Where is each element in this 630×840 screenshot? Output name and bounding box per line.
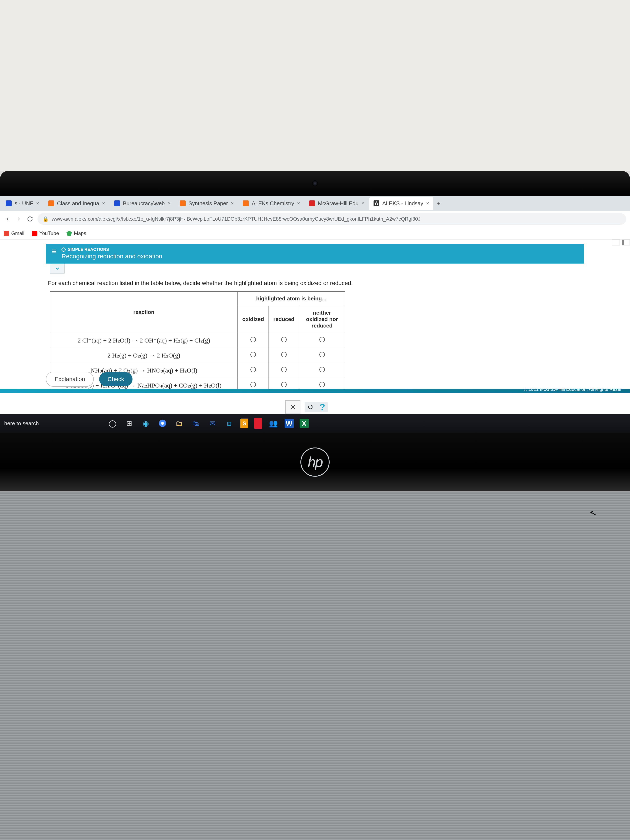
close-icon[interactable]: × <box>297 201 300 206</box>
chrome-icon[interactable] <box>157 418 168 429</box>
tab-unf[interactable]: s - UNF × <box>2 197 43 210</box>
bookmarks-bar: Gmail YouTube Maps <box>0 227 630 240</box>
favicon: A <box>374 201 379 206</box>
reaction-cell: 2 H₂(g) + O₂(g) → 2 H₂O(g) <box>50 348 238 363</box>
radio-oxidized[interactable] <box>250 367 256 372</box>
bookmark-label: YouTube <box>39 231 59 236</box>
task-view-icon[interactable]: ⊞ <box>124 418 134 429</box>
laptop-screen: s - UNF × Class and Inequa × Bureaucracy… <box>0 196 630 433</box>
favicon <box>309 201 315 206</box>
new-tab-button[interactable]: + <box>434 200 443 207</box>
store-icon[interactable]: 🛍 <box>190 418 201 429</box>
explanation-button[interactable]: Explanation <box>46 372 94 387</box>
aleks-header: ≡ SIMPLE REACTIONS Recognizing reduction… <box>46 244 584 264</box>
window-control-icon[interactable] <box>622 240 630 245</box>
table-row: 2 H₂(g) + O₂(g) → 2 H₂O(g) <box>50 348 345 363</box>
tab-class-inequal[interactable]: Class and Inequa × <box>44 197 109 210</box>
webcam <box>312 180 318 186</box>
radio-oxidized[interactable] <box>250 337 256 342</box>
tab-synthesis-paper[interactable]: Synthesis Paper × <box>175 197 238 210</box>
excel-icon[interactable]: X <box>300 419 309 428</box>
wall-background <box>0 0 630 171</box>
close-icon[interactable]: × <box>426 201 429 206</box>
col-group: highlighted atom is being... <box>238 292 345 306</box>
reaction-cell: 2 Cl⁻(aq) + 2 H₂O(l) → 2 OH⁻(aq) + H₂(g)… <box>50 333 238 348</box>
favicon <box>180 201 186 206</box>
favicon <box>48 201 54 206</box>
question-prompt: For each chemical reaction listed in the… <box>46 273 584 292</box>
file-explorer-icon[interactable]: 🗂 <box>174 418 185 429</box>
forward-icon[interactable] <box>15 215 22 223</box>
bookmark-youtube[interactable]: YouTube <box>32 231 59 236</box>
edge-icon[interactable]: ◉ <box>141 418 151 429</box>
tab-bureaucracy[interactable]: Bureaucracy\web × <box>110 197 175 210</box>
radio-neither[interactable] <box>319 337 325 342</box>
cortana-icon[interactable]: ◯ <box>107 418 118 429</box>
close-icon[interactable]: × <box>36 201 39 206</box>
laptop-bottom-bezel: hp <box>0 433 630 491</box>
tab-label: Class and Inequa <box>57 200 99 207</box>
taskbar-search[interactable]: here to search <box>4 420 101 427</box>
bookmark-maps[interactable]: Maps <box>66 231 86 236</box>
tab-label: Synthesis Paper <box>188 200 228 207</box>
address-bar[interactable]: 🔒 www-awn.aleks.com/alekscgi/x/Isl.exe/1… <box>38 213 626 225</box>
radio-oxidized[interactable] <box>250 352 256 357</box>
tab-aleks-lindsay[interactable]: A ALEKS - Lindsay × <box>369 197 433 210</box>
tab-mcgraw-hill[interactable]: McGraw-Hill Edu × <box>305 197 368 210</box>
close-icon[interactable]: × <box>168 201 171 206</box>
table-row: 2 Cl⁻(aq) + 2 H₂O(l) → 2 OH⁻(aq) + H₂(g)… <box>50 333 345 348</box>
app-icon[interactable]: S <box>240 418 248 428</box>
gmail-icon <box>4 231 9 236</box>
category-bullet-icon <box>62 248 66 252</box>
mcafee-icon[interactable] <box>254 418 262 429</box>
window-control-icon[interactable] <box>612 240 620 245</box>
keyboard-deck <box>0 491 630 840</box>
menu-icon[interactable]: ≡ <box>52 247 57 256</box>
radio-neither[interactable] <box>319 382 325 387</box>
col-oxidized: oxidized <box>238 306 269 333</box>
url-text: www-awn.aleks.com/alekscgi/x/Isl.exe/1o_… <box>52 216 420 222</box>
tab-label: Bureaucracy\web <box>123 200 165 207</box>
windows-taskbar: here to search ◯ ⊞ ◉ 🗂 🛍 ✉ ⧈ S 👥 W X <box>0 414 630 433</box>
check-button[interactable]: Check <box>99 372 132 386</box>
copyright-text: © 2021 McGraw-Hill Education. All Rights… <box>524 387 622 392</box>
back-icon[interactable] <box>4 215 11 223</box>
aleks-category: SIMPLE REACTIONS <box>62 247 162 252</box>
close-icon[interactable]: × <box>362 201 365 206</box>
bookmark-label: Maps <box>74 231 86 236</box>
radio-oxidized[interactable] <box>250 382 256 387</box>
close-icon[interactable]: × <box>231 201 234 206</box>
help-button[interactable]: ? <box>320 402 325 412</box>
browser-tabstrip: s - UNF × Class and Inequa × Bureaucracy… <box>0 196 630 211</box>
radio-reduced[interactable] <box>281 367 287 372</box>
aleks-page: ≡ SIMPLE REACTIONS Recognizing reduction… <box>0 240 630 414</box>
bottom-actions: Explanation Check <box>46 372 133 387</box>
mail-icon[interactable]: ✉ <box>207 418 218 429</box>
expand-toggle[interactable] <box>50 264 65 273</box>
reload-icon[interactable] <box>26 215 34 223</box>
radio-neither[interactable] <box>319 367 325 372</box>
radio-neither[interactable] <box>319 352 325 357</box>
aleks-topic: Recognizing reduction and oxidation <box>62 253 162 260</box>
tab-label: ALEKs Chemistry <box>252 200 294 207</box>
radio-reduced[interactable] <box>281 337 287 342</box>
reset-button[interactable]: ↺ <box>308 403 313 411</box>
tab-label: McGraw-Hill Edu <box>318 200 358 207</box>
favicon <box>6 201 12 206</box>
col-reduced: reduced <box>269 306 299 333</box>
bookmark-gmail[interactable]: Gmail <box>4 231 24 236</box>
word-icon[interactable]: W <box>284 419 294 428</box>
tab-aleks-chemistry[interactable]: ALEKs Chemistry × <box>239 197 304 210</box>
favicon <box>114 201 120 206</box>
dropbox-icon[interactable]: ⧈ <box>224 418 235 429</box>
question-toolbar: ✕ ↺ ? <box>286 400 584 414</box>
clear-button[interactable]: ✕ <box>286 400 300 414</box>
radio-reduced[interactable] <box>281 382 287 387</box>
col-neither: neither oxidized nor reduced <box>299 306 345 333</box>
close-icon[interactable]: × <box>102 201 105 206</box>
maps-icon <box>66 231 72 236</box>
teams-icon[interactable]: 👥 <box>268 418 279 429</box>
youtube-icon <box>32 231 37 236</box>
radio-reduced[interactable] <box>281 352 287 357</box>
hp-logo: hp <box>300 447 330 477</box>
